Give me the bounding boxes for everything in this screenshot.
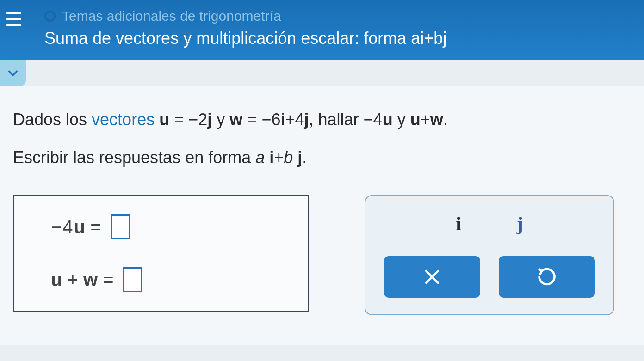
q-period: . — [443, 110, 448, 129]
page-title: Suma de vectores y multiplicación escala… — [44, 29, 446, 48]
and-2: y — [393, 110, 410, 129]
instr-plus: + — [274, 148, 284, 167]
and-1: y — [212, 110, 229, 129]
answer-line-1: −4u = — [51, 214, 290, 239]
u-coef: −2 — [188, 110, 207, 129]
clear-button[interactable] — [384, 256, 480, 298]
expr2-plus: + — [421, 110, 430, 129]
ans2-eq: = — [103, 269, 113, 290]
ans2-plus: + — [62, 269, 83, 290]
content-area: Dados los vectores u = −2j y w = −6i+4j,… — [0, 86, 644, 345]
expr2-w: w — [430, 110, 443, 129]
answer-input-1[interactable] — [111, 214, 130, 239]
key-j[interactable]: j — [517, 213, 523, 235]
keypad-vectors-row: i j — [384, 213, 595, 235]
answer-line-2: u + w = — [51, 267, 290, 292]
instr-j: j — [297, 148, 302, 167]
ans2-w: w — [83, 269, 98, 290]
u-basis: j — [207, 110, 212, 129]
answer-panel: −4u = u + w = — [13, 195, 309, 312]
reset-button[interactable] — [499, 256, 595, 298]
equals-1: = — [174, 110, 184, 129]
var-w: w — [229, 110, 242, 129]
ans1-vec: u — [74, 217, 85, 237]
expr1-scalar: −4 — [364, 110, 383, 129]
instruction-text: Escribir las respuestas en forma a i+b j… — [13, 148, 630, 167]
keypad-buttons-row — [384, 256, 595, 298]
question-prefix: Dados los — [13, 110, 92, 129]
undo-icon — [537, 267, 557, 287]
instr-a: a — [255, 148, 265, 167]
w-basis-j: j — [304, 110, 309, 129]
vectores-link[interactable]: vectores — [92, 110, 155, 129]
key-i[interactable]: i — [456, 213, 461, 235]
equals-2: = — [247, 110, 257, 129]
header-titles: Temas adicionales de trigonometría Suma … — [28, 8, 446, 48]
instr-b: b — [284, 148, 293, 167]
ans1-eq: = — [90, 217, 101, 237]
expr2-u: u — [410, 110, 421, 129]
expr1-vec: u — [383, 110, 393, 129]
breadcrumb: Temas adicionales de trigonometría — [62, 8, 281, 24]
question-text: Dados los vectores u = −2j y w = −6i+4j,… — [13, 108, 630, 131]
bottom-row: −4u = u + w = i j — [13, 195, 630, 315]
instr-prefix: Escribir las respuestas en forma — [13, 148, 255, 167]
w-coef-i: −6 — [261, 110, 280, 129]
ans1-scalar: −4 — [51, 217, 74, 237]
instr-period: . — [302, 148, 307, 167]
find-text: , hallar — [309, 110, 364, 129]
var-u: u — [159, 110, 169, 129]
header-bar: Temas adicionales de trigonometría Suma … — [0, 0, 644, 60]
answer-input-2[interactable] — [123, 267, 142, 292]
x-icon — [422, 267, 442, 287]
menu-icon[interactable] — [0, 8, 28, 30]
expand-toggle[interactable] — [0, 60, 26, 86]
chevron-down-icon — [6, 67, 19, 80]
ans2-u: u — [51, 269, 62, 290]
topic-status-icon — [44, 11, 56, 22]
instr-i: i — [269, 148, 274, 167]
w-basis-i: i — [280, 110, 285, 129]
w-coef-j: +4 — [285, 110, 304, 129]
keypad-panel: i j — [365, 195, 614, 315]
